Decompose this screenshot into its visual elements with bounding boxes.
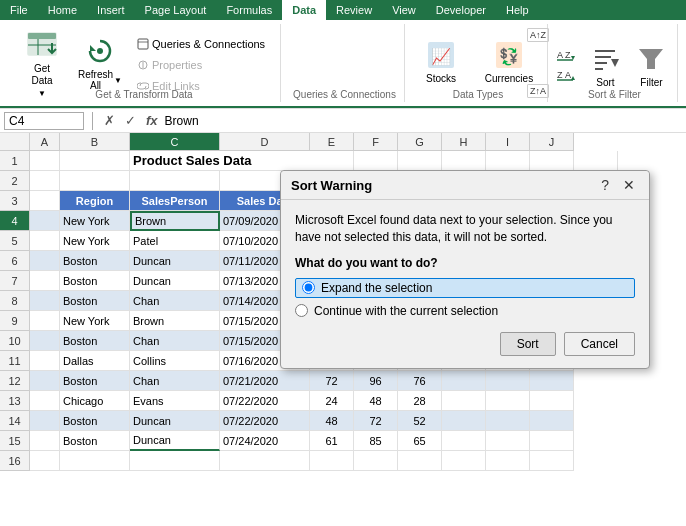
dialog-overlay: Sort Warning ? ✕ Microsoft Excel found d… (0, 0, 686, 526)
dialog-close-button[interactable]: ✕ (619, 177, 639, 193)
current-selection-radio[interactable] (295, 304, 308, 317)
dialog-body: Microsoft Excel found data next to your … (281, 200, 649, 368)
dialog-question: What do you want to do? (295, 256, 635, 270)
dialog-help-button[interactable]: ? (597, 177, 613, 193)
current-selection-label: Continue with the current selection (314, 304, 498, 318)
expand-selection-label: Expand the selection (321, 281, 432, 295)
current-selection-option[interactable]: Continue with the current selection (295, 304, 635, 318)
expand-selection-radio[interactable] (302, 281, 315, 294)
sort-warning-dialog: Sort Warning ? ✕ Microsoft Excel found d… (280, 170, 650, 369)
dialog-message: Microsoft Excel found data next to your … (295, 212, 635, 246)
expand-selection-option[interactable]: Expand the selection (295, 278, 635, 298)
dialog-title: Sort Warning (291, 178, 372, 193)
cancel-dialog-button[interactable]: Cancel (564, 332, 635, 356)
dialog-titlebar: Sort Warning ? ✕ (281, 171, 649, 200)
dialog-radio-group: Expand the selection Continue with the c… (295, 278, 635, 318)
dialog-controls: ? ✕ (597, 177, 639, 193)
dialog-buttons: Sort Cancel (295, 332, 635, 356)
sort-dialog-button[interactable]: Sort (500, 332, 556, 356)
